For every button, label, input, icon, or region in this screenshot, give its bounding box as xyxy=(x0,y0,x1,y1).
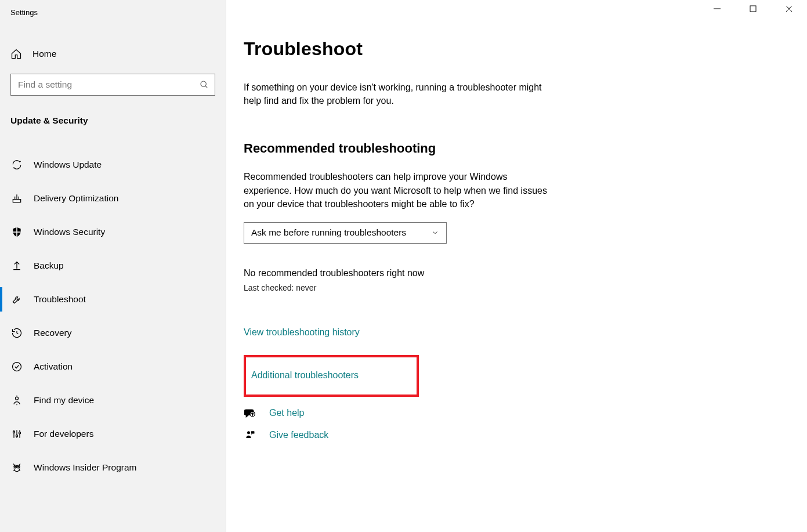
maximize-button[interactable] xyxy=(749,5,763,13)
sidebar-item-troubleshoot[interactable]: Troubleshoot xyxy=(0,283,226,316)
sidebar-item-label: Find my device xyxy=(34,395,94,406)
chat-help-icon: ? xyxy=(244,407,256,419)
sidebar-item-label: Recovery xyxy=(34,328,71,338)
sidebar-item-windows-security[interactable]: Windows Security xyxy=(0,215,226,249)
help-block: ? Get help Give feedback xyxy=(244,407,807,441)
check-circle-icon xyxy=(10,361,23,372)
troubleshoot-mode-dropdown[interactable]: Ask me before running troubleshooters xyxy=(244,222,447,244)
give-feedback-link[interactable]: Give feedback xyxy=(269,430,328,440)
history-link[interactable]: View troubleshooting history xyxy=(244,327,360,338)
svg-point-9 xyxy=(19,432,20,434)
sync-icon xyxy=(10,159,23,171)
home-icon xyxy=(10,48,22,60)
svg-point-6 xyxy=(16,397,19,400)
sidebar-item-label: Windows Security xyxy=(34,227,105,237)
svg-point-13 xyxy=(18,466,19,468)
upload-icon xyxy=(10,260,23,272)
status-subtext: Last checked: never xyxy=(244,283,807,292)
close-button[interactable] xyxy=(785,5,799,13)
sidebar-item-delivery-optimization[interactable]: Delivery Optimization xyxy=(0,182,226,215)
status-text: No recommended troubleshooters right now xyxy=(244,268,807,278)
wrench-icon xyxy=(10,294,23,305)
sidebar-item-backup[interactable]: Backup xyxy=(0,249,226,283)
search-icon xyxy=(200,80,209,89)
sidebar-item-label: Windows Update xyxy=(34,160,102,170)
svg-point-12 xyxy=(15,466,16,468)
page-description: If something on your device isn't workin… xyxy=(244,81,545,107)
sidebar-item-activation[interactable]: Activation xyxy=(0,350,226,383)
window-title: Settings xyxy=(0,7,226,17)
dropdown-value: Ask me before running troubleshooters xyxy=(251,227,406,238)
svg-point-8 xyxy=(16,435,17,437)
sidebar-home-label: Home xyxy=(32,49,56,59)
svg-point-5 xyxy=(13,363,21,371)
titlebar-controls xyxy=(713,5,799,13)
network-icon xyxy=(10,193,23,204)
sidebar-item-recovery[interactable]: Recovery xyxy=(0,316,226,350)
search-input[interactable] xyxy=(18,79,200,90)
shield-icon xyxy=(10,226,23,238)
sidebar-nav: Windows Update Delivery Optimization Win… xyxy=(0,148,226,484)
sidebar-item-windows-update[interactable]: Windows Update xyxy=(0,148,226,182)
get-help-link[interactable]: Get help xyxy=(269,408,304,418)
get-help-row: ? Get help xyxy=(244,407,807,419)
search-box[interactable] xyxy=(10,74,215,96)
feedback-icon xyxy=(244,429,256,441)
person-pin-icon xyxy=(10,395,23,406)
clock-icon xyxy=(10,327,23,339)
sidebar-item-windows-insider[interactable]: Windows Insider Program xyxy=(0,451,226,484)
sidebar-home[interactable]: Home xyxy=(0,42,226,66)
section-title: Recommended troubleshooting xyxy=(244,141,807,156)
svg-rect-21 xyxy=(251,431,255,433)
sidebar-item-label: For developers xyxy=(34,429,93,439)
sidebar-category: Update & Security xyxy=(0,102,226,132)
highlight-annotation: Additional troubleshooters xyxy=(244,355,419,397)
svg-point-20 xyxy=(247,431,250,434)
svg-point-0 xyxy=(201,81,206,86)
chevron-down-icon xyxy=(431,229,439,237)
svg-rect-4 xyxy=(13,231,20,233)
sidebar-item-find-my-device[interactable]: Find my device xyxy=(0,383,226,417)
sidebar-item-label: Backup xyxy=(34,260,64,271)
section-description: Recommended troubleshooters can help imp… xyxy=(244,170,551,211)
bug-icon xyxy=(10,462,23,473)
sidebar-item-label: Delivery Optimization xyxy=(34,193,118,204)
svg-line-1 xyxy=(205,86,207,88)
sliders-icon xyxy=(10,428,23,440)
sidebar-item-label: Troubleshoot xyxy=(34,294,86,305)
sidebar-item-label: Activation xyxy=(34,361,73,372)
sidebar-item-label: Windows Insider Program xyxy=(34,462,136,473)
svg-point-7 xyxy=(13,431,15,433)
page-title: Troubleshoot xyxy=(244,38,807,60)
additional-troubleshooters-link[interactable]: Additional troubleshooters xyxy=(251,370,359,381)
svg-rect-2 xyxy=(13,200,20,202)
sidebar: Settings Home Update & Security Windows … xyxy=(0,0,226,532)
give-feedback-row: Give feedback xyxy=(244,429,807,441)
svg-rect-15 xyxy=(750,6,756,12)
content-area: Troubleshoot If something on your device… xyxy=(226,0,807,532)
sidebar-item-for-developers[interactable]: For developers xyxy=(0,417,226,451)
minimize-button[interactable] xyxy=(713,5,727,13)
